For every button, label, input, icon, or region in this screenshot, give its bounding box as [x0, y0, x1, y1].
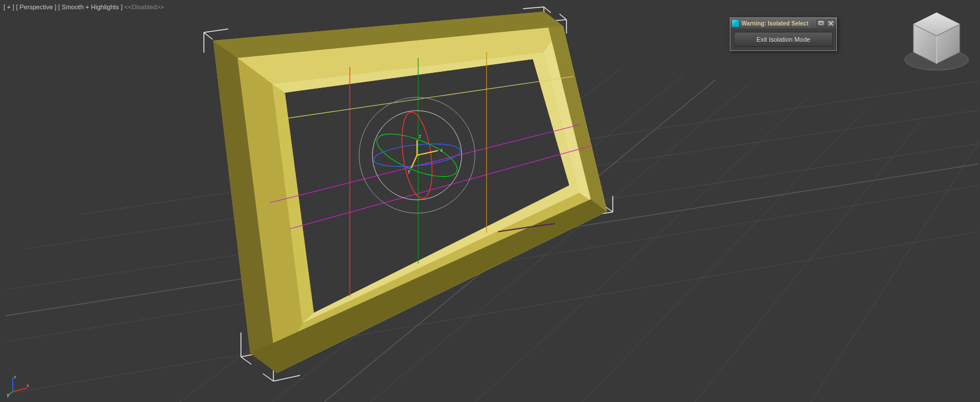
viewport-canvas[interactable]: x y z	[0, 0, 980, 402]
dialog-title: Warning: Isolated Select	[741, 20, 816, 27]
viewcube[interactable]	[899, 6, 974, 81]
world-axis-y: y	[7, 392, 9, 397]
app-icon	[732, 19, 740, 27]
viewport-menu-shading[interactable]: [ Smooth + Highlights ]	[58, 3, 122, 10]
viewport-disabled-tag: <<Disabled>>	[125, 3, 164, 10]
viewport-label[interactable]: [ + ] [ Perspective ] [ Smooth + Highlig…	[3, 3, 164, 10]
svg-line-9	[582, 109, 866, 402]
dialog-minimize-button[interactable]	[817, 20, 825, 27]
isolation-warning-dialog[interactable]: Warning: Isolated Select Exit Isolation …	[730, 17, 837, 51]
world-axis-x: x	[27, 383, 29, 388]
world-axis-z: z	[14, 374, 16, 379]
svg-line-11	[811, 142, 979, 402]
gizmo-z-label: z	[419, 133, 422, 139]
viewport-menu-plus[interactable]: [ + ]	[3, 3, 14, 10]
exit-isolation-button[interactable]: Exit Isolation Mode	[734, 32, 833, 47]
world-axis-tripod: z x y	[7, 374, 30, 397]
dialog-titlebar[interactable]: Warning: Isolated Select	[730, 18, 836, 28]
viewport-menu-view[interactable]: [ Perspective ]	[16, 3, 57, 10]
svg-line-10	[695, 122, 921, 402]
svg-line-53	[13, 388, 27, 392]
gizmo-y-label: y	[408, 168, 411, 174]
dialog-close-button[interactable]	[827, 20, 835, 27]
gizmo-x-label: x	[440, 147, 443, 153]
